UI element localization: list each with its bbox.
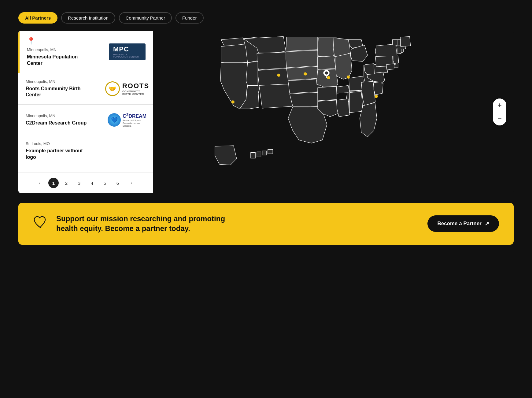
svg-marker-31	[349, 91, 363, 113]
filter-community-partner[interactable]: Community Partner	[119, 12, 172, 24]
map-dot-illinois	[347, 76, 350, 79]
svg-marker-40	[393, 56, 399, 64]
svg-marker-50	[251, 153, 255, 158]
svg-marker-37	[364, 64, 375, 75]
c2dream-logo: 💙 C2DREAM Research & Sports Recreation a…	[109, 112, 146, 128]
us-states	[215, 36, 411, 165]
card-name-roots: Roots Community Birth Center	[26, 86, 87, 99]
svg-marker-32	[361, 81, 375, 106]
roots-circle-icon: 🤝	[105, 81, 120, 96]
cta-banner: Support our mission researching and prom…	[18, 203, 514, 245]
svg-marker-8	[246, 61, 258, 85]
svg-marker-7	[257, 68, 290, 85]
svg-marker-12	[286, 50, 318, 68]
page-4-button[interactable]: 4	[87, 178, 97, 188]
svg-marker-41	[394, 64, 398, 68]
page-3-button[interactable]: 3	[74, 178, 84, 188]
map-dot-east	[375, 95, 378, 98]
partner-list: 📍 Minneapolis, MN Minnesota Population C…	[18, 31, 153, 193]
filter-funder[interactable]: Funder	[175, 12, 204, 24]
svg-marker-51	[257, 152, 261, 157]
svg-marker-42	[386, 64, 394, 70]
cta-button-label: Become a Partner	[437, 221, 482, 227]
svg-marker-30	[336, 99, 349, 117]
partner-card-memphis[interactable]: Memphis, TN Tristique nunc commodo 🗂️	[18, 167, 153, 173]
partner-card-c2dream[interactable]: Minneapolis, MN C2Dream Research Group 💙…	[18, 105, 153, 135]
prev-page-button[interactable]: ←	[35, 179, 46, 188]
card-location-roots: Minneapolis, MN	[26, 79, 87, 84]
svg-marker-27	[335, 85, 349, 93]
zoom-in-button[interactable]: +	[493, 99, 506, 112]
svg-marker-47	[397, 40, 401, 46]
roots-logo: 🤝 ROOTS COMMUNITYBIRTH CENTER	[109, 81, 146, 96]
main-area: 📍 Minneapolis, MN Minnesota Population C…	[18, 31, 514, 193]
svg-marker-52	[262, 151, 267, 155]
svg-marker-43	[397, 48, 401, 54]
location-pin-icon: 📍	[27, 37, 88, 45]
svg-marker-13	[286, 66, 320, 80]
svg-marker-14	[288, 79, 320, 93]
c2dream-icon: 💙	[108, 113, 121, 127]
card-name-example: Example partner without logo	[26, 148, 87, 161]
next-page-button[interactable]: →	[125, 179, 136, 188]
svg-marker-28	[318, 86, 337, 101]
filter-research-institution[interactable]: Research Institution	[61, 12, 115, 24]
page-1-button[interactable]: 1	[48, 178, 59, 188]
svg-marker-15	[290, 92, 321, 106]
zoom-controls: + −	[493, 99, 506, 125]
mpc-logo: MPCMINNESOTA POPULATION CENTER	[109, 43, 146, 60]
map-dot-colorado	[277, 74, 280, 77]
svg-marker-39	[375, 44, 397, 57]
map-dot-iowa	[327, 76, 330, 79]
page-6-button[interactable]: 6	[113, 178, 123, 188]
card-name-c2dream: C2Dream Research Group	[26, 120, 87, 126]
us-map-svg: .state { fill: #2a2a2a; stroke: #fff; st…	[153, 31, 514, 193]
svg-marker-6	[257, 52, 288, 70]
page-2-button[interactable]: 2	[61, 178, 72, 188]
svg-marker-48	[401, 36, 411, 46]
svg-marker-18	[318, 56, 336, 70]
svg-marker-46	[393, 40, 397, 45]
svg-marker-53	[268, 149, 273, 154]
pagination: ← 1 2 3 4 5 6 →	[18, 173, 153, 193]
heart-icon	[33, 215, 48, 232]
svg-marker-10	[259, 84, 292, 108]
partner-items: 📍 Minneapolis, MN Minnesota Population C…	[18, 31, 153, 173]
svg-marker-49	[215, 146, 237, 165]
partner-card-mpc[interactable]: 📍 Minneapolis, MN Minnesota Population C…	[18, 31, 153, 73]
card-location-c2dream: Minneapolis, MN	[26, 113, 87, 118]
filter-all-partners[interactable]: All Partners	[18, 12, 57, 24]
map-dot-nebraska	[304, 73, 307, 76]
svg-marker-21	[336, 53, 352, 79]
map-dot-california	[231, 100, 235, 103]
cta-text: Support our mission researching and prom…	[56, 214, 240, 234]
card-location-mpc: Minneapolis, MN	[27, 47, 88, 52]
card-name-mpc: Minnesota Population Center	[27, 54, 88, 67]
card-location-example: St. Louis, MO	[26, 141, 87, 146]
page-5-button[interactable]: 5	[100, 178, 110, 188]
svg-marker-33	[360, 102, 377, 137]
zoom-out-button[interactable]: −	[493, 112, 506, 125]
arrow-icon: ↗	[485, 220, 489, 227]
svg-marker-11	[286, 37, 318, 51]
map-area: .state { fill: #2a2a2a; stroke: #fff; st…	[153, 31, 514, 193]
partner-card-example[interactable]: St. Louis, MO Example partner without lo…	[18, 135, 153, 167]
svg-point-55	[325, 72, 328, 75]
svg-marker-20	[333, 38, 350, 56]
partner-card-roots[interactable]: Minneapolis, MN Roots Community Birth Ce…	[18, 73, 153, 105]
svg-marker-1	[221, 44, 248, 65]
svg-marker-34	[374, 82, 383, 95]
become-partner-button[interactable]: Become a Partner ↗	[427, 215, 499, 232]
filter-bar: All Partners Research Institution Commun…	[18, 12, 514, 24]
